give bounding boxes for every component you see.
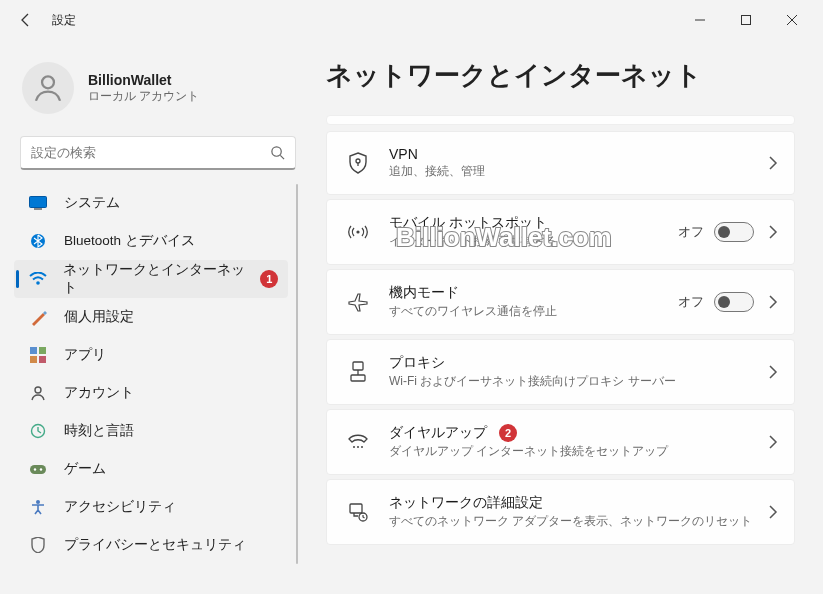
annotation-marker-1: 1 (260, 270, 278, 288)
svg-point-2 (272, 147, 281, 156)
annotation-marker-2: 2 (499, 424, 517, 442)
settings-card-hotspot[interactable]: モバイル ホットスポットインターネット接続を共有する オフ (326, 199, 795, 265)
sidebar-item-accessibility[interactable]: アクセシビリティ (14, 488, 288, 526)
sidebar-item-label: 個人用設定 (64, 308, 134, 326)
page-title: ネットワークとインターネット (326, 58, 795, 93)
card-title: ネットワークの詳細設定 (389, 494, 768, 512)
settings-card-airplane[interactable]: 機内モードすべてのワイヤレス通信を停止 オフ (326, 269, 795, 335)
close-button[interactable] (769, 4, 815, 36)
svg-rect-8 (39, 347, 46, 354)
sidebar-item-personalization[interactable]: 個人用設定 (14, 298, 288, 336)
username: BillionWallet (88, 72, 199, 88)
minimize-button[interactable] (677, 4, 723, 36)
card-title: VPN (389, 146, 768, 162)
sidebar-item-label: アカウント (64, 384, 134, 402)
minimize-icon (695, 15, 705, 25)
settings-card-dialup[interactable]: ダイヤルアップ 2 ダイヤルアップ インターネット接続をセットアップ (326, 409, 795, 475)
sidebar-item-label: Bluetooth とデバイス (64, 232, 195, 250)
svg-point-6 (36, 281, 40, 285)
account-icon (28, 383, 48, 403)
sidebar-item-network[interactable]: ネットワークとインターネット 1 (14, 260, 288, 298)
settings-card-vpn[interactable]: VPN追加、接続、管理 (326, 131, 795, 195)
sidebar-item-label: 時刻と言語 (64, 422, 134, 440)
user-type: ローカル アカウント (88, 88, 199, 105)
svg-rect-7 (30, 347, 37, 354)
card-desc: すべてのワイヤレス通信を停止 (389, 303, 678, 320)
search-icon (270, 145, 285, 160)
sidebar-scrollbar[interactable] (296, 184, 298, 564)
sidebar-item-label: プライバシーとセキュリティ (64, 536, 246, 554)
svg-rect-10 (39, 356, 46, 363)
sidebar-item-label: システム (64, 194, 120, 212)
card-desc: ダイヤルアップ インターネット接続をセットアップ (389, 443, 768, 460)
card-title: 機内モード (389, 284, 678, 302)
sidebar-item-accounts[interactable]: アカウント (14, 374, 288, 412)
search-input[interactable] (31, 145, 270, 160)
sidebar-item-label: ゲーム (64, 460, 106, 478)
svg-rect-24 (350, 504, 362, 513)
maximize-icon (741, 15, 751, 25)
svg-point-14 (34, 468, 36, 470)
svg-point-23 (361, 446, 363, 448)
chevron-right-icon (768, 365, 778, 379)
airplane-icon (345, 292, 371, 312)
svg-rect-19 (353, 362, 363, 370)
sidebar: BillionWallet ローカル アカウント システム Bluetooth … (0, 40, 310, 594)
card-desc: 追加、接続、管理 (389, 163, 768, 180)
card-desc: すべてのネットワーク アダプターを表示、ネットワークのリセット (389, 513, 768, 530)
settings-card-proxy[interactable]: プロキシWi-Fi およびイーサネット接続向けプロキシ サーバー (326, 339, 795, 405)
svg-point-21 (353, 446, 355, 448)
sidebar-item-system[interactable]: システム (14, 184, 288, 222)
dialup-icon (345, 433, 371, 451)
svg-rect-4 (34, 208, 42, 210)
svg-point-22 (357, 446, 359, 448)
svg-rect-13 (30, 465, 46, 474)
sidebar-item-bluetooth[interactable]: Bluetooth とデバイス (14, 222, 288, 260)
sidebar-item-gaming[interactable]: ゲーム (14, 450, 288, 488)
card-desc: インターネット接続を共有する (389, 233, 678, 250)
sidebar-item-privacy[interactable]: プライバシーとセキュリティ (14, 526, 288, 564)
sidebar-item-apps[interactable]: アプリ (14, 336, 288, 374)
titlebar: 設定 (0, 0, 823, 40)
hotspot-toggle[interactable] (714, 222, 754, 242)
card-title: ダイヤルアップ (389, 424, 487, 442)
svg-point-1 (42, 76, 54, 88)
svg-point-16 (36, 500, 40, 504)
accessibility-icon (28, 497, 48, 517)
user-account-row[interactable]: BillionWallet ローカル アカウント (14, 52, 302, 132)
svg-rect-0 (742, 16, 751, 25)
sidebar-item-time-language[interactable]: 時刻と言語 (14, 412, 288, 450)
advanced-network-icon (345, 502, 371, 522)
shield-icon (28, 535, 48, 555)
toggle-label: オフ (678, 223, 704, 241)
sidebar-item-label: ネットワークとインターネット (63, 261, 254, 297)
chevron-right-icon (768, 435, 778, 449)
nav-list: システム Bluetooth とデバイス ネットワークとインターネット 1 個人… (14, 184, 302, 564)
wifi-icon (28, 269, 47, 289)
vpn-icon (345, 152, 371, 174)
maximize-button[interactable] (723, 4, 769, 36)
system-icon (28, 193, 48, 213)
card-sliver (326, 115, 795, 125)
bluetooth-icon (28, 231, 48, 251)
svg-point-17 (356, 159, 360, 163)
game-icon (28, 459, 48, 479)
svg-rect-20 (351, 375, 365, 381)
settings-card-advanced[interactable]: ネットワークの詳細設定すべてのネットワーク アダプターを表示、ネットワークのリセ… (326, 479, 795, 545)
card-desc: Wi-Fi およびイーサネット接続向けプロキシ サーバー (389, 373, 768, 390)
airplane-toggle[interactable] (714, 292, 754, 312)
svg-point-11 (35, 387, 41, 393)
card-title: モバイル ホットスポット (389, 214, 678, 232)
svg-point-15 (40, 468, 42, 470)
content-area: ネットワークとインターネット VPN追加、接続、管理 モバイル ホットスポットイ… (310, 40, 823, 594)
app-title: 設定 (52, 12, 76, 29)
hotspot-icon (345, 223, 371, 241)
svg-rect-9 (30, 356, 37, 363)
back-button[interactable] (8, 2, 44, 38)
search-box[interactable] (20, 136, 296, 170)
window-controls (677, 4, 815, 36)
proxy-icon (345, 361, 371, 383)
avatar (22, 62, 74, 114)
chevron-right-icon (768, 295, 778, 309)
chevron-right-icon (768, 505, 778, 519)
